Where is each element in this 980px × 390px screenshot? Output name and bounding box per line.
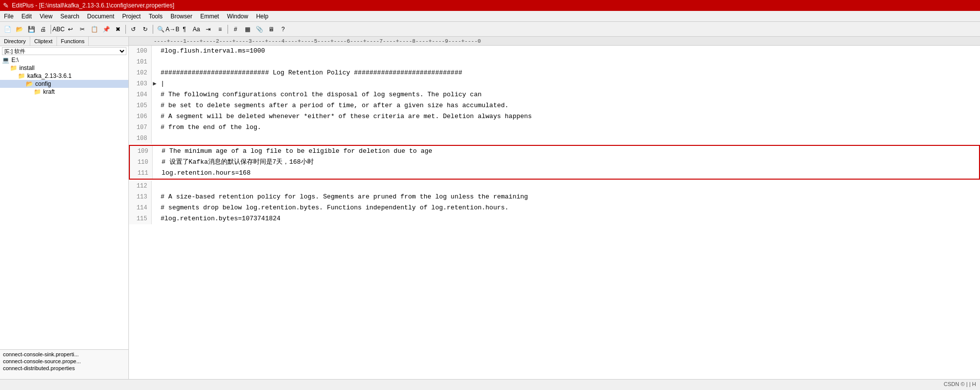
line-content[interactable]: |: [158, 78, 165, 89]
menu-item-browser[interactable]: Browser: [167, 12, 196, 21]
line-arrow: [153, 168, 159, 179]
sidebar-tab-functions[interactable]: Functions: [57, 37, 89, 46]
sidebar-file-file1[interactable]: connect-console-sink.properti...: [2, 351, 126, 358]
table-row[interactable]: 100#log.flush.interval.ms=1000: [129, 46, 980, 57]
toolbar-help[interactable]: ?: [278, 24, 288, 35]
toolbar-spell[interactable]: ABC: [53, 24, 64, 35]
line-content[interactable]: # A size-based retention policy for logs…: [158, 192, 528, 202]
menu-item-search[interactable]: Search: [57, 12, 83, 21]
menu-item-emmet[interactable]: Emmet: [196, 12, 223, 21]
toolbar-format[interactable]: ¶: [179, 24, 190, 35]
drive-selector[interactable]: [E:] 软件: [2, 47, 126, 55]
toolbar-save[interactable]: 💾: [26, 24, 37, 35]
table-row[interactable]: 110# 设置了Kafka消息的默认保存时间是7天，168小时: [130, 157, 979, 168]
tree-items: 💻E:\📁install📁kafka_2.13-3.6.1📂config📁kra…: [0, 56, 128, 96]
line-arrow: [152, 213, 158, 224]
table-row[interactable]: 103▶|: [129, 78, 980, 89]
toolbar-align[interactable]: ≡: [215, 24, 226, 35]
toolbar-print[interactable]: 🖨: [38, 24, 49, 35]
line-content[interactable]: # The minimum age of a log file to be el…: [159, 146, 432, 157]
menu-item-tools[interactable]: Tools: [145, 12, 167, 21]
menu-item-view[interactable]: View: [36, 12, 57, 21]
toolbar-block[interactable]: ▦: [242, 24, 253, 35]
line-arrow: [152, 192, 158, 202]
line-number: 105: [129, 100, 152, 111]
line-content[interactable]: # A segment will be deleted whenever *ei…: [158, 111, 532, 122]
line-arrow: [152, 111, 158, 122]
line-number: 111: [130, 168, 153, 179]
line-content[interactable]: ############################ Log Retenti…: [158, 67, 462, 78]
line-content[interactable]: [158, 133, 161, 144]
tree-item-kraft[interactable]: 📁kraft: [0, 88, 128, 96]
menu-item-window[interactable]: Window: [223, 12, 252, 21]
menu-item-project[interactable]: Project: [118, 12, 145, 21]
menu-item-file[interactable]: File: [0, 12, 17, 21]
table-row[interactable]: 101: [129, 57, 980, 67]
table-row[interactable]: 115#log.retention.bytes=1073741824: [129, 213, 980, 224]
line-number: 115: [129, 213, 152, 224]
line-content[interactable]: # be set to delete segments after a peri…: [158, 100, 509, 111]
line-arrow: [152, 57, 158, 67]
toolbar-cut[interactable]: ✂: [77, 24, 88, 35]
line-number: 106: [129, 111, 152, 122]
line-content[interactable]: # segments drop below log.retention.byte…: [158, 202, 509, 213]
toolbar-new[interactable]: 📄: [2, 24, 13, 35]
table-row[interactable]: 105# be set to delete segments after a p…: [129, 100, 980, 111]
toolbar-monitor[interactable]: 🖥: [266, 24, 277, 35]
toolbar-open[interactable]: 📂: [14, 24, 25, 35]
tree-item-kafka_2-13-3-6-1[interactable]: 📁kafka_2.13-3.6.1: [0, 72, 128, 80]
tree-item-install[interactable]: 📁install: [0, 64, 128, 72]
code-lines: 100#log.flush.interval.ms=1000101102####…: [129, 46, 980, 224]
toolbar-find[interactable]: 🔍: [155, 24, 166, 35]
code-container[interactable]: 100#log.flush.interval.ms=1000101102####…: [129, 46, 980, 379]
status-text: CSDN © | | H: [944, 381, 976, 387]
menu-item-document[interactable]: Document: [83, 12, 118, 21]
sidebar-tab-directory[interactable]: Directory: [0, 37, 30, 46]
toolbar-clip[interactable]: 📎: [254, 24, 265, 35]
table-row[interactable]: 104# The following configurations contro…: [129, 89, 980, 100]
toolbar-delete[interactable]: ✖: [113, 24, 123, 35]
sidebar-file-file3[interactable]: connect-distributed.properties: [2, 365, 126, 372]
table-row[interactable]: 109# The minimum age of a log file to be…: [130, 146, 979, 157]
tree-item-E--[interactable]: 💻E:\: [0, 56, 128, 64]
menu-item-help[interactable]: Help: [252, 12, 273, 21]
highlight-block: 109# The minimum age of a log file to be…: [129, 145, 980, 180]
table-row[interactable]: 112: [129, 181, 980, 192]
line-content[interactable]: # 设置了Kafka消息的默认保存时间是7天，168小时: [159, 157, 314, 168]
sidebar-content: [E:] 软件 💻E:\📁install📁kafka_2.13-3.6.1📂co…: [0, 46, 128, 349]
line-content[interactable]: # from the end of the log.: [158, 122, 261, 133]
line-content[interactable]: # The following configurations control t…: [158, 89, 482, 100]
table-row[interactable]: 113# A size-based retention policy for l…: [129, 192, 980, 202]
sidebar: Directory Cliptext Functions [E:] 软件 💻E:…: [0, 37, 129, 379]
editor-area[interactable]: ----+----1----+----2----+----3----+----4…: [129, 37, 980, 379]
toolbar-copy[interactable]: 📋: [89, 24, 100, 35]
toolbar-undo2[interactable]: ↺: [128, 24, 139, 35]
sidebar-tabs: Directory Cliptext Functions: [0, 37, 128, 46]
toolbar-paste[interactable]: 📌: [101, 24, 112, 35]
toolbar-numbering[interactable]: #: [230, 24, 241, 35]
line-content[interactable]: #log.flush.interval.ms=1000: [158, 46, 265, 57]
table-row[interactable]: 114# segments drop below log.retention.b…: [129, 202, 980, 213]
toolbar-redo[interactable]: ↻: [140, 24, 151, 35]
line-content[interactable]: [158, 57, 161, 67]
line-number: 114: [129, 202, 152, 213]
tree-item-config[interactable]: 📂config: [0, 80, 128, 88]
sidebar-tab-cliptext[interactable]: Cliptext: [30, 37, 57, 46]
sidebar-file-file2[interactable]: connect-console-source.prope...: [2, 358, 126, 365]
toolbar-indent[interactable]: ⇥: [203, 24, 214, 35]
folder-icon: 📂: [26, 80, 33, 87]
table-row[interactable]: 106# A segment will be deleted whenever …: [129, 111, 980, 122]
table-row[interactable]: 107# from the end of the log.: [129, 122, 980, 133]
table-row[interactable]: 111log.retention.hours=168: [130, 168, 979, 179]
toolbar-undo[interactable]: ↩: [65, 24, 76, 35]
line-content[interactable]: [158, 181, 161, 192]
toolbar-sep4: [228, 25, 228, 34]
line-content[interactable]: #log.retention.bytes=1073741824: [158, 213, 281, 224]
tree-item-label: config: [35, 80, 51, 87]
toolbar-uppercase[interactable]: Aa: [191, 24, 202, 35]
table-row[interactable]: 108: [129, 133, 980, 144]
line-content[interactable]: log.retention.hours=168: [159, 168, 250, 179]
table-row[interactable]: 102############################ Log Rete…: [129, 67, 980, 78]
toolbar-findreplace[interactable]: A→B: [167, 24, 178, 35]
menu-item-edit[interactable]: Edit: [17, 12, 36, 21]
